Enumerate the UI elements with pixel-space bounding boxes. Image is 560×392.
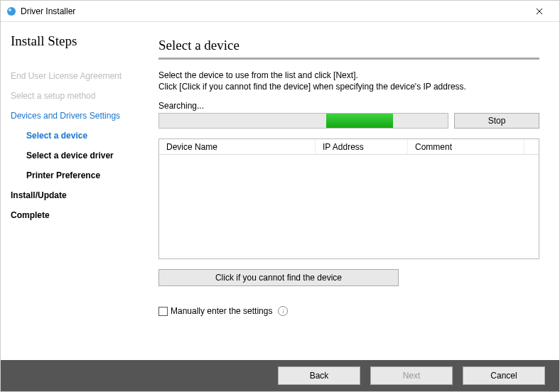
progress-bar: [158, 113, 448, 129]
table-body: [159, 155, 539, 258]
back-button[interactable]: Back: [278, 366, 360, 385]
step-select-device: Select a device: [11, 126, 133, 146]
svg-point-1: [9, 9, 11, 11]
sidebar: Install Steps End User License Agreement…: [1, 22, 143, 360]
close-button[interactable]: [525, 1, 554, 21]
footer: Back Next Cancel: [1, 360, 559, 391]
col-ip-address[interactable]: IP Address: [316, 139, 408, 154]
step-printer-pref: Printer Preference: [11, 165, 133, 185]
find-device-button[interactable]: Click if you cannot find the device: [158, 269, 399, 286]
manual-checkbox[interactable]: [158, 307, 168, 316]
col-spacer: [524, 139, 539, 154]
main-panel: Select a device Select the device to use…: [143, 22, 559, 360]
instr-line-2: Click [Click if you cannot find the devi…: [158, 81, 539, 92]
svg-point-0: [7, 7, 16, 16]
step-install-update: Install/Update: [11, 185, 133, 205]
instr-line-1: Select the device to use from the list a…: [158, 70, 539, 81]
manual-row: Manually enter the settings i: [158, 306, 539, 316]
step-complete: Complete: [11, 205, 133, 225]
step-eula: End User License Agreement: [11, 66, 133, 86]
next-button[interactable]: Next: [370, 366, 453, 385]
step-select-driver: Select a device driver: [11, 146, 133, 165]
app-icon: [6, 6, 16, 16]
table-header: Device Name IP Address Comment: [159, 139, 539, 155]
title-underline: [158, 58, 539, 60]
device-table[interactable]: Device Name IP Address Comment: [158, 138, 539, 259]
col-device-name[interactable]: Device Name: [159, 139, 316, 154]
window-title: Driver Installer: [21, 6, 525, 16]
stop-button[interactable]: Stop: [454, 113, 539, 129]
step-setup-method: Select a setup method: [11, 86, 133, 106]
col-comment[interactable]: Comment: [408, 139, 524, 154]
page-title: Select a device: [158, 38, 539, 53]
cancel-button[interactable]: Cancel: [463, 366, 545, 385]
progress-fill: [326, 114, 392, 128]
body: Install Steps End User License Agreement…: [1, 22, 559, 360]
instructions: Select the device to use from the list a…: [158, 70, 539, 92]
sidebar-title: Install Steps: [11, 33, 133, 49]
step-devices-drivers: Devices and Drivers Settings: [11, 106, 133, 126]
info-icon[interactable]: i: [278, 306, 288, 316]
manual-label: Manually enter the settings: [171, 306, 272, 316]
progress-row: Stop: [158, 113, 539, 129]
searching-label: Searching...: [158, 101, 539, 111]
titlebar: Driver Installer: [1, 1, 559, 22]
